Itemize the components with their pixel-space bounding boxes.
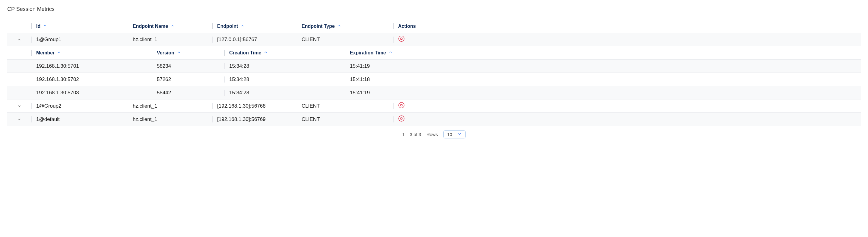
sub-cell-expiration-time: 15:41:19 — [345, 63, 861, 69]
sort-asc-icon — [337, 24, 341, 29]
table-header-row: Id Endpoint Name Endpoint Endpoint Type … — [7, 20, 861, 33]
svg-rect-3 — [401, 104, 402, 106]
cell-endpoint: [192.168.1.30]:56769 — [212, 116, 297, 123]
cell-id: 1@Group1 — [31, 36, 128, 43]
cell-actions — [393, 115, 861, 123]
stop-icon — [398, 115, 405, 122]
stop-icon — [398, 102, 405, 108]
sub-header-creation-time[interactable]: Creation Time — [224, 50, 345, 56]
chevron-up-icon — [17, 37, 22, 42]
cell-id: 1@Group2 — [31, 103, 128, 109]
sub-cell-member: 192.168.1.30:5703 — [31, 90, 152, 96]
table-row: 1@default hz.client_1 [192.168.1.30]:567… — [7, 113, 861, 126]
header-actions-label: Actions — [398, 24, 416, 29]
header-id-label: Id — [36, 24, 40, 29]
sort-asc-icon — [170, 24, 175, 29]
sub-cell-expiration-time: 15:41:19 — [345, 90, 861, 96]
header-id[interactable]: Id — [31, 24, 128, 29]
cell-actions — [393, 35, 861, 44]
cell-id: 1@default — [31, 116, 128, 123]
svg-rect-5 — [401, 117, 402, 120]
pagination: 1 – 3 of 3 Rows 10 — [7, 126, 861, 143]
chevron-down-icon — [458, 132, 462, 137]
cell-endpoint-type: CLIENT — [297, 36, 393, 43]
stop-icon — [398, 35, 405, 42]
sub-header-creation-label: Creation Time — [229, 50, 261, 56]
sort-asc-icon — [57, 50, 61, 56]
page-title: CP Session Metrics — [7, 6, 861, 12]
sub-table-row: 192.168.1.30:5703 58442 15:34:28 15:41:1… — [7, 86, 861, 100]
pagination-rows-label: Rows — [427, 132, 438, 137]
rows-per-page-select[interactable]: 10 — [443, 130, 466, 138]
header-endpoint-type[interactable]: Endpoint Type — [297, 24, 393, 29]
stop-session-button[interactable] — [398, 35, 405, 42]
chevron-down-icon — [17, 117, 22, 122]
sort-asc-icon — [264, 50, 268, 56]
svg-rect-1 — [401, 38, 402, 40]
sub-header-member-label: Member — [36, 50, 55, 56]
sub-cell-creation-time: 15:34:28 — [224, 63, 345, 69]
sub-table-row: 192.168.1.30:5702 57262 15:34:28 15:41:1… — [7, 73, 861, 86]
header-endpoint[interactable]: Endpoint — [212, 24, 297, 29]
sort-asc-icon — [43, 24, 47, 29]
sub-cell-version: 58234 — [152, 63, 224, 69]
sub-table-row: 192.168.1.30:5701 58234 15:34:28 15:41:1… — [7, 59, 861, 73]
svg-point-4 — [399, 116, 404, 121]
sub-cell-creation-time: 15:34:28 — [224, 90, 345, 96]
sub-cell-member: 192.168.1.30:5701 — [31, 63, 152, 69]
chevron-down-icon — [17, 104, 22, 108]
header-actions: Actions — [393, 24, 861, 29]
table-row: 1@Group1 hz.client_1 [127.0.0.1]:56767 C… — [7, 33, 861, 46]
expand-toggle[interactable] — [7, 37, 31, 42]
sort-asc-icon — [177, 50, 181, 56]
svg-point-2 — [399, 103, 404, 108]
sort-asc-icon — [389, 50, 393, 56]
svg-point-0 — [399, 36, 404, 42]
header-endpoint-label: Endpoint — [217, 24, 238, 29]
pagination-range: 1 – 3 of 3 — [402, 132, 421, 137]
header-endpoint-type-label: Endpoint Type — [302, 24, 335, 29]
sub-cell-expiration-time: 15:41:18 — [345, 77, 861, 82]
sub-cell-version: 58442 — [152, 90, 224, 96]
cell-endpoint-name: hz.client_1 — [128, 36, 212, 43]
cell-endpoint: [192.168.1.30]:56768 — [212, 103, 297, 109]
sub-header-version[interactable]: Version — [152, 50, 224, 56]
cell-actions — [393, 102, 861, 110]
header-endpoint-name[interactable]: Endpoint Name — [128, 24, 212, 29]
cell-endpoint-type: CLIENT — [297, 103, 393, 109]
sub-cell-creation-time: 15:34:28 — [224, 77, 345, 82]
table-row: 1@Group2 hz.client_1 [192.168.1.30]:5676… — [7, 100, 861, 113]
sub-cell-version: 57262 — [152, 77, 224, 82]
sub-header-version-label: Version — [157, 50, 174, 56]
cell-endpoint-name: hz.client_1 — [128, 116, 212, 123]
rows-per-page-value: 10 — [447, 132, 453, 137]
session-table: Id Endpoint Name Endpoint Endpoint Type … — [7, 20, 861, 126]
sub-table-header: Member Version Creation Time Expiration … — [7, 46, 861, 59]
sub-header-expiration-label: Expiration Time — [350, 50, 386, 56]
stop-session-button[interactable] — [398, 102, 405, 108]
expand-toggle[interactable] — [7, 104, 31, 108]
stop-session-button[interactable] — [398, 115, 405, 122]
cell-endpoint: [127.0.0.1]:56767 — [212, 36, 297, 43]
sub-header-expiration-time[interactable]: Expiration Time — [345, 50, 861, 56]
sort-asc-icon — [240, 24, 245, 29]
cell-endpoint-name: hz.client_1 — [128, 103, 212, 109]
expand-toggle[interactable] — [7, 117, 31, 122]
sub-cell-member: 192.168.1.30:5702 — [31, 77, 152, 82]
cell-endpoint-type: CLIENT — [297, 116, 393, 123]
sub-header-member[interactable]: Member — [31, 50, 152, 56]
header-endpoint-name-label: Endpoint Name — [133, 24, 168, 29]
